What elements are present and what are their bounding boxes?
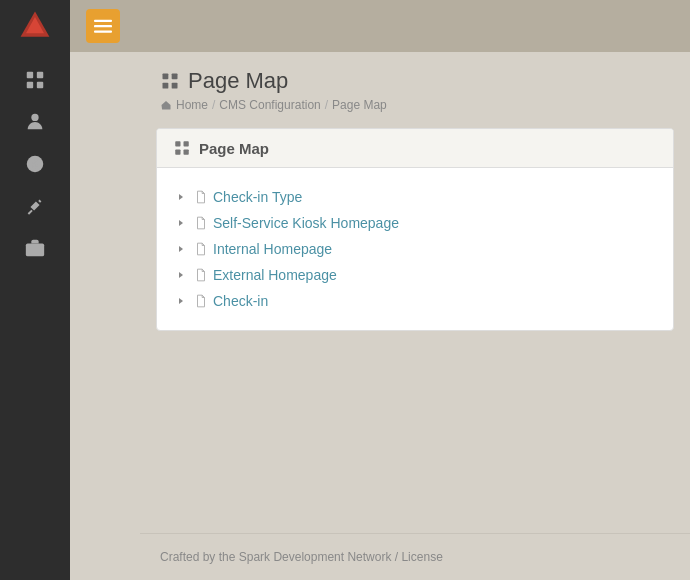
- svg-rect-10: [94, 20, 112, 22]
- page-icon-2: [193, 215, 209, 231]
- svg-rect-12: [94, 31, 112, 33]
- tree-item-2: Self-Service Kiosk Homepage: [173, 210, 657, 236]
- svg-rect-2: [27, 72, 33, 78]
- home-breadcrumb-icon: [160, 99, 172, 111]
- sidebar-logo: [0, 0, 70, 52]
- svg-marker-22: [179, 220, 183, 226]
- hamburger-button[interactable]: [86, 9, 120, 43]
- svg-point-6: [31, 114, 38, 121]
- sidebar-nav: $: [0, 60, 70, 268]
- breadcrumb: Home / CMS Configuration / Page Map: [160, 98, 670, 112]
- sidebar-item-pages[interactable]: [13, 60, 57, 100]
- svg-rect-3: [37, 72, 43, 78]
- main-content: Page Map Home / CMS Configuration / Page…: [140, 52, 690, 580]
- svg-rect-9: [26, 243, 44, 256]
- footer: Crafted by the Spark Development Network…: [140, 533, 690, 580]
- file-icon-4: [194, 268, 208, 282]
- page-header: Page Map Home / CMS Configuration / Page…: [140, 52, 690, 120]
- tree-toggle-2[interactable]: [173, 215, 189, 231]
- tree-toggle-1[interactable]: [173, 189, 189, 205]
- tree-link-4[interactable]: External Homepage: [213, 267, 337, 283]
- svg-text:$: $: [32, 159, 38, 170]
- tree-item-4: External Homepage: [173, 262, 657, 288]
- topbar: [70, 0, 690, 52]
- page-map-card: Page Map Check-in Type: [156, 128, 674, 331]
- breadcrumb-home[interactable]: Home: [176, 98, 208, 112]
- svg-marker-23: [179, 246, 183, 252]
- breadcrumb-sep-1: /: [212, 98, 215, 112]
- tree-item-1: Check-in Type: [173, 184, 657, 210]
- page-title-row: Page Map: [160, 68, 670, 94]
- file-icon-1: [194, 190, 208, 204]
- chevron-right-icon-5: [176, 296, 186, 306]
- page-icon-5: [193, 293, 209, 309]
- card-header: Page Map: [157, 129, 673, 168]
- svg-rect-11: [94, 25, 112, 27]
- tree-link-3[interactable]: Internal Homepage: [213, 241, 332, 257]
- sidebar-item-finance[interactable]: $: [13, 144, 57, 184]
- sidebar-item-people[interactable]: [13, 102, 57, 142]
- tree-toggle-4[interactable]: [173, 267, 189, 283]
- hamburger-icon: [94, 17, 112, 35]
- breadcrumb-parent[interactable]: CMS Configuration: [219, 98, 320, 112]
- chevron-right-icon-2: [176, 218, 186, 228]
- breadcrumb-current: Page Map: [332, 98, 387, 112]
- tree-link-5[interactable]: Check-in: [213, 293, 268, 309]
- tree-link-1[interactable]: Check-in Type: [213, 189, 302, 205]
- chevron-right-icon-1: [176, 192, 186, 202]
- card-header-icon: [173, 139, 191, 157]
- footer-text: Crafted by the Spark Development Network…: [160, 550, 443, 564]
- svg-rect-16: [172, 83, 178, 89]
- file-icon-5: [194, 294, 208, 308]
- svg-marker-25: [179, 298, 183, 304]
- tree-toggle-5[interactable]: [173, 293, 189, 309]
- content-spacer: [140, 339, 690, 533]
- sidebar-item-jobs[interactable]: [13, 228, 57, 268]
- svg-rect-13: [163, 74, 169, 80]
- svg-rect-20: [184, 150, 189, 155]
- breadcrumb-sep-2: /: [325, 98, 328, 112]
- logo-icon: [17, 8, 53, 44]
- page-icon-3: [193, 241, 209, 257]
- svg-rect-5: [37, 82, 43, 88]
- svg-marker-24: [179, 272, 183, 278]
- page-icon-4: [193, 267, 209, 283]
- card-body: Check-in Type Self-Service Kiosk Homepag…: [157, 168, 673, 330]
- tree-item-3: Internal Homepage: [173, 236, 657, 262]
- tree-link-2[interactable]: Self-Service Kiosk Homepage: [213, 215, 399, 231]
- sidebar: $: [0, 0, 70, 580]
- page-title: Page Map: [188, 68, 288, 94]
- sidebar-item-tools[interactable]: [13, 186, 57, 226]
- svg-rect-17: [175, 141, 180, 146]
- tree-toggle-3[interactable]: [173, 241, 189, 257]
- svg-rect-18: [184, 141, 189, 146]
- file-icon-3: [194, 242, 208, 256]
- tree-item-5: Check-in: [173, 288, 657, 314]
- card-title: Page Map: [199, 140, 269, 157]
- page-map-header-icon: [160, 71, 180, 91]
- svg-marker-21: [179, 194, 183, 200]
- svg-rect-19: [175, 150, 180, 155]
- svg-rect-14: [172, 74, 178, 80]
- svg-rect-4: [27, 82, 33, 88]
- svg-rect-15: [163, 83, 169, 89]
- page-icon-1: [193, 189, 209, 205]
- chevron-right-icon-3: [176, 244, 186, 254]
- file-icon-2: [194, 216, 208, 230]
- chevron-right-icon-4: [176, 270, 186, 280]
